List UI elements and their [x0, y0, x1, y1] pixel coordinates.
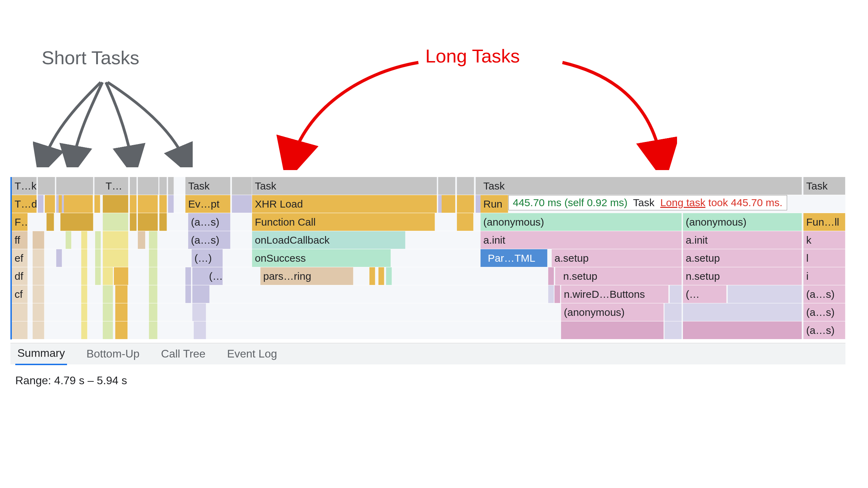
task-block[interactable]: Task — [185, 177, 231, 195]
flame-block[interactable] — [194, 321, 206, 339]
flame-block[interactable] — [149, 285, 158, 303]
task-block[interactable]: Task — [481, 177, 802, 195]
flame-block[interactable] — [548, 285, 554, 303]
flame-block[interactable] — [115, 285, 128, 303]
task-block[interactable] — [246, 177, 252, 195]
flame-block[interactable]: onSuccess — [252, 249, 391, 267]
flame-block[interactable]: (… — [206, 267, 223, 285]
flame-block[interactable] — [64, 195, 93, 213]
flame-block[interactable] — [728, 285, 802, 303]
flame-block[interactable] — [56, 249, 62, 267]
flame-block[interactable] — [60, 213, 93, 231]
flame-block[interactable]: cf — [12, 285, 28, 303]
flame-block[interactable]: (a…s) — [803, 321, 845, 339]
flame-block[interactable]: Function Call — [252, 213, 435, 231]
flame-block[interactable] — [115, 303, 128, 321]
task-block[interactable]: Task — [252, 177, 437, 195]
flame-block[interactable]: n.setup — [683, 267, 802, 285]
flame-block[interactable] — [159, 195, 167, 213]
flame-block[interactable] — [683, 321, 802, 339]
flame-block[interactable] — [149, 249, 158, 267]
tab-event-log[interactable]: Event Log — [225, 343, 279, 364]
flame-block[interactable]: (… — [683, 285, 727, 303]
flame-block[interactable] — [149, 303, 158, 321]
task-block[interactable]: T…k — [12, 177, 37, 195]
flame-block[interactable] — [103, 249, 128, 267]
task-block[interactable] — [457, 177, 474, 195]
flame-block[interactable]: Run — [481, 195, 508, 213]
flame-block[interactable] — [33, 303, 44, 321]
flame-block[interactable]: (anonymous) — [561, 303, 664, 321]
flame-block[interactable]: (a…s) — [803, 285, 845, 303]
flame-block[interactable] — [457, 213, 474, 231]
flame-block[interactable] — [185, 285, 191, 303]
flame-block[interactable] — [95, 249, 101, 267]
tab-bottom-up[interactable]: Bottom-Up — [84, 343, 142, 364]
task-block[interactable] — [138, 177, 159, 195]
flame-block[interactable] — [103, 195, 128, 213]
flame-block[interactable] — [81, 303, 87, 321]
flame-block[interactable] — [33, 231, 44, 249]
flame-block[interactable]: a.init — [683, 231, 802, 249]
flame-block[interactable] — [386, 267, 392, 285]
task-block[interactable]: Task — [803, 177, 845, 195]
flame-block[interactable] — [114, 267, 128, 285]
flame-block[interactable]: (a…s) — [188, 213, 231, 231]
flame-block[interactable] — [81, 321, 87, 339]
task-block[interactable]: T… — [103, 177, 128, 195]
flame-block[interactable]: Ev…pt — [185, 195, 231, 213]
flame-block[interactable]: ef — [12, 249, 28, 267]
flame-block[interactable] — [369, 267, 375, 285]
flame-block[interactable] — [66, 231, 72, 249]
flame-block[interactable] — [665, 303, 682, 321]
task-block[interactable] — [45, 177, 55, 195]
flame-block[interactable]: (anonymous) — [683, 213, 802, 231]
flame-block[interactable] — [185, 267, 191, 285]
flame-block[interactable] — [138, 231, 145, 249]
flame-block[interactable] — [149, 267, 158, 285]
flame-block[interactable] — [192, 285, 210, 303]
flame-block[interactable] — [378, 267, 384, 285]
flame-chart[interactable]: T…k T… Task Task Task Task T…d — [10, 177, 845, 339]
flame-block[interactable] — [561, 321, 664, 339]
flame-block[interactable]: Par…TML — [485, 249, 548, 267]
task-block[interactable] — [59, 177, 93, 195]
flame-block[interactable]: (anonymous) — [481, 213, 682, 231]
flame-block[interactable] — [159, 213, 167, 231]
task-block[interactable] — [168, 177, 174, 195]
flame-block[interactable] — [95, 231, 101, 249]
flame-block[interactable] — [457, 195, 474, 213]
flame-block[interactable] — [12, 321, 28, 339]
flame-block[interactable] — [130, 195, 137, 213]
flame-block[interactable]: n.wireD…Buttons — [561, 285, 669, 303]
task-block[interactable] — [442, 177, 456, 195]
flame-block[interactable] — [442, 195, 456, 213]
flame-block[interactable] — [38, 195, 44, 213]
flame-block[interactable] — [103, 303, 113, 321]
flame-block[interactable] — [81, 249, 87, 267]
flame-block[interactable]: T…d — [12, 195, 37, 213]
task-block[interactable] — [235, 177, 241, 195]
flame-block[interactable]: k — [803, 231, 845, 249]
flame-block[interactable] — [246, 195, 252, 213]
flame-block[interactable]: l — [803, 249, 845, 267]
flame-block[interactable]: (a…s) — [803, 303, 845, 321]
flame-block[interactable] — [138, 195, 158, 213]
flame-block[interactable] — [103, 213, 128, 231]
flame-block[interactable] — [168, 195, 174, 213]
flame-block[interactable] — [103, 285, 113, 303]
flame-block[interactable] — [33, 321, 44, 339]
flame-block[interactable] — [81, 231, 87, 249]
flame-block[interactable]: i — [803, 267, 845, 285]
flame-block[interactable] — [47, 213, 54, 231]
flame-block[interactable] — [548, 267, 554, 285]
flame-block[interactable]: n.setup — [560, 267, 682, 285]
flame-block[interactable]: pars…ring — [260, 267, 353, 285]
tab-call-tree[interactable]: Call Tree — [159, 343, 208, 364]
flame-block[interactable]: a.init — [481, 231, 682, 249]
flame-block[interactable] — [138, 213, 158, 231]
flame-block[interactable]: ff — [12, 231, 28, 249]
task-block[interactable] — [159, 177, 167, 195]
flame-block[interactable]: onLoadCallback — [252, 231, 406, 249]
flame-block[interactable] — [45, 195, 55, 213]
